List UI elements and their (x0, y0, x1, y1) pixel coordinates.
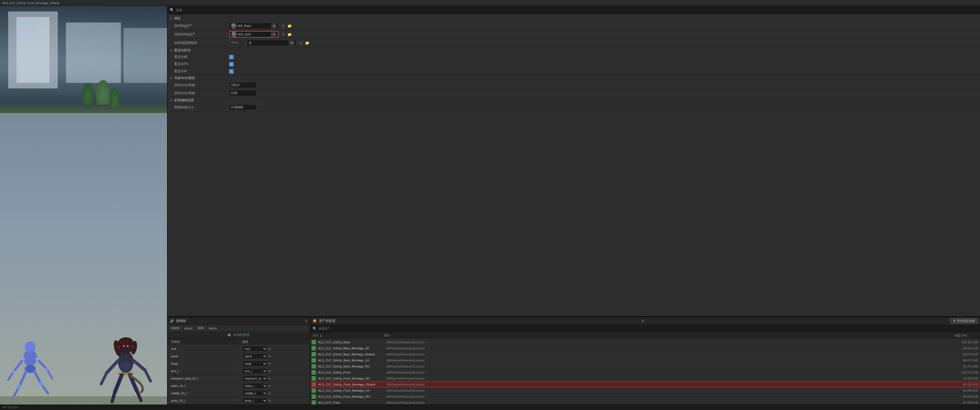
svg-point-1 (25, 341, 36, 352)
target-preview-mesh-selector[interactable]: 无 ▼ (247, 40, 296, 46)
section-actor-preview[interactable]: ▼ 目标Actor预览 (168, 75, 980, 81)
chain-source-select[interactable]: root (242, 346, 267, 351)
blue-figure (5, 336, 55, 402)
chain-row: middle_01_l middle_l ▼ (168, 390, 310, 397)
section-retarget[interactable]: ▼ 重定向阶段 (168, 47, 980, 54)
target-ik-rig-selector[interactable]: IKB_Girl2 ▼ (229, 31, 278, 38)
asset-row[interactable]: ALS_CLF_GetUp_Back_Montage_Default /All/… (310, 351, 980, 357)
asset-name-cell: ALS_CLF_GetUp_Back_Montage_RH (317, 364, 384, 369)
svg-line-7 (19, 372, 26, 387)
chain-panel-title: 链映射 (176, 318, 186, 323)
section-actor-preview-label: 目标Actor预览 (174, 76, 195, 81)
asset-icon (312, 394, 316, 399)
target-ik-rig-value: IKB_Girl2 ▼ ↺ 📁 (229, 31, 975, 38)
source-ik-rig-browse-btn[interactable]: 📁 (286, 23, 293, 28)
chain-source-select[interactable]: spine (242, 353, 267, 359)
chain-columns-header: 目标链 源链 (168, 339, 310, 345)
viewport-bottom[interactable] (0, 113, 167, 405)
asset-path-cell: /All/Game/AdvancedLocomo (384, 388, 953, 393)
top-bar: ALS_CLF_GetUp_Front_Montage_Default (0, 0, 980, 6)
chain-dropdown-icon: ▼ (269, 362, 271, 365)
svg-point-12 (45, 367, 48, 370)
asset-row[interactable]: ALS_CLF_GetUp_Back_Montage_LH /All/Game/… (310, 357, 980, 363)
chain-panel-close-btn[interactable]: ✕ (305, 319, 308, 323)
asset-row[interactable]: ALS_CLF_GetUp_Back /All/Game/AdvancedLoc… (310, 339, 980, 345)
section-binding[interactable]: ▼ 绑定 (168, 15, 980, 22)
asset-icon (312, 401, 316, 405)
chain-target-cell: arm_l (168, 369, 240, 374)
window-1 (19, 22, 23, 27)
retarget-ik-checkbox[interactable]: ✓ (229, 69, 234, 74)
target-ik-rig-reset-btn[interactable]: ↺ (281, 32, 285, 37)
target-ik-rig-dropdown[interactable]: ▼ (271, 32, 277, 36)
section-pose-editor[interactable]: ▼ 姿势编辑设置 (168, 97, 980, 103)
chain-source-select[interactable]: index_l (242, 383, 267, 389)
asset-icon (312, 388, 316, 393)
chain-source-cell: pinky_l ▼ (240, 397, 310, 404)
asset-name-cell: ALS_CLF_Pose (317, 401, 384, 405)
asset-path-cell: /All/Game/AdvancedLocomo (384, 364, 953, 369)
bone-min-size-input[interactable] (229, 104, 257, 110)
asset-search-bar: 🔍 (310, 325, 980, 332)
viewport-top[interactable] (0, 6, 167, 113)
chain-source-select[interactable]: head (242, 361, 267, 366)
main-layout: 🔍 ▼ 绑定 源IKRig资产 (0, 6, 980, 405)
chain-target-cell: lowerarm_twist_01_l (168, 376, 240, 381)
retarget-fk-label: 重定向FK (174, 62, 229, 66)
viewport-panel (0, 6, 168, 405)
retarget-root-checkbox[interactable]: ✓ (229, 55, 234, 59)
search-bar: 🔍 (168, 6, 980, 14)
asset-path-cell: /All/Game/AdvancedLocomo (384, 346, 953, 350)
source-ik-rig-controls: ↺ 📁 (281, 23, 293, 28)
chain-dropdown-icon: ▼ (269, 377, 271, 380)
asset-row[interactable]: ALS_CLF_Pose /All/Game/AdvancedLocomo 97… (310, 400, 980, 405)
prop-target-preview-mesh: 目标预览网格体 None 无 ▼ ↺ 📁 (168, 39, 980, 47)
asset-row[interactable]: ALS_CLF_GetUp_Front_Montage_LH /All/Game… (310, 388, 980, 394)
auto-chain-button[interactable]: 自动映射链 (168, 331, 310, 339)
chain-dropdown-icon: ▼ (269, 385, 271, 388)
asset-path-cell: /All/Game/AdvancedLocomo (384, 394, 953, 399)
asset-path-cell: /All/Game/AdvancedLocomo (384, 370, 953, 375)
asset-row[interactable]: ALS_CLF_GetUp_Back_Montage_2H /All/Game/… (310, 345, 980, 351)
source-ik-rig-dropdown[interactable]: ▼ (272, 23, 277, 28)
actor-mag-value (229, 90, 975, 96)
actor-scale-label: 目标Actor缩放 (174, 83, 229, 87)
chain-row: head head ▼ (168, 360, 310, 367)
asset-browser-close-btn[interactable]: ✕ (641, 319, 644, 323)
chain-source-select[interactable]: arm_l (242, 368, 267, 374)
target-preview-mesh-controls: ↺ 📁 (298, 40, 310, 46)
chain-dropdown-icon: ▼ (269, 399, 271, 402)
source-ik-rig-reset-btn[interactable]: ↺ (281, 23, 285, 28)
asset-search-input[interactable] (318, 327, 978, 330)
asset-table-header: 命名 ▲ 路径 磁盘空间 (310, 332, 980, 339)
asset-name-cell: ALS_CLF_GetUp_Back_Montage_LH (317, 358, 384, 363)
asset-row[interactable]: ALS_CLF_GetUp_Back_Montage_RH /All/Game/… (310, 363, 980, 369)
target-preview-mesh-browse-btn[interactable]: 📁 (304, 40, 310, 46)
asset-size-cell: 150.272 KiB (953, 370, 980, 375)
actor-scale-input[interactable] (229, 82, 257, 88)
target-preview-mesh-reset-btn[interactable]: ↺ (298, 40, 303, 46)
asset-icon (312, 364, 316, 369)
asset-row[interactable]: ALS_CLF_GetUp_Front_Montage_2H /All/Game… (310, 375, 980, 382)
asset-row[interactable]: ALS_CLF_GetUp_Front /All/Game/AdvancedLo… (310, 369, 980, 375)
asset-row[interactable]: ALS_CLF_GetUp_Front_Montage_RH /All/Game… (310, 394, 980, 400)
target-preview-mesh-dropdown[interactable]: ▼ (289, 40, 294, 45)
prop-actor-scale: 目标Actor缩放 (168, 81, 980, 89)
asset-row[interactable]: ALS_CLF_GetUp_Front_Montage_Default /All… (310, 382, 980, 388)
export-button[interactable]: ⬆ 导出选定动画 (950, 318, 978, 324)
target-root-value: pelvis (185, 326, 192, 330)
chain-source-select[interactable]: lowerarm_twist_01_l (242, 376, 267, 381)
asset-icon (312, 340, 316, 344)
target-root-label: 目标根： (170, 326, 183, 330)
target-preview-mesh-label: 目标预览网格体 (174, 41, 229, 45)
actor-mag-input[interactable] (229, 90, 257, 96)
retarget-fk-checkbox[interactable]: ✓ (229, 62, 234, 66)
chain-source-select[interactable]: pinky_l (242, 398, 267, 404)
prop-retarget-fk: 重定向FK ✓ (168, 61, 980, 68)
svg-line-4 (37, 359, 47, 369)
chain-source-select[interactable]: middle_l (242, 391, 267, 396)
source-ik-rig-selector[interactable]: IKB_Base ▼ (229, 22, 278, 29)
chain-panel-header: 🔗 链映射 ✕ (168, 317, 310, 325)
target-ik-rig-browse-btn[interactable]: 📁 (286, 32, 293, 37)
search-input[interactable] (176, 8, 978, 12)
